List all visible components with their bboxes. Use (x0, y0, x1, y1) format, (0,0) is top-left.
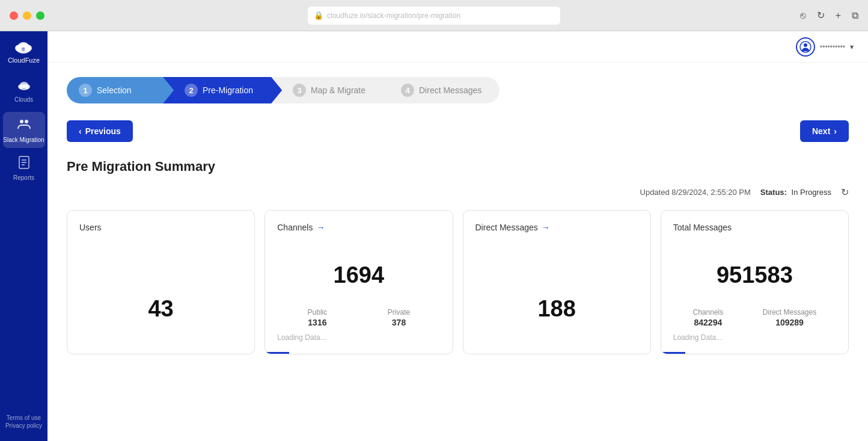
content-area: 1 Selection 2 Pre-Migration 3 Map & Migr… (47, 63, 868, 441)
share-icon[interactable]: ⎋ (800, 10, 806, 21)
step-4-num: 4 (401, 84, 414, 97)
svg-text:≡: ≡ (22, 46, 26, 52)
prev-arrow-icon: ‹ (79, 126, 82, 136)
status-label-text: Status: (760, 188, 787, 197)
user-menu[interactable]: •••••••••• ▾ (796, 37, 854, 57)
status-bar: Updated 8/29/2024, 2:55:20 PM Status: In… (67, 187, 849, 198)
sidebar-footer: Terms of use Privacy policy (5, 415, 42, 434)
main-header: •••••••••• ▾ (47, 31, 868, 63)
direct-messages-card: Direct Messages → 188 (463, 210, 651, 354)
svg-point-8 (20, 82, 28, 88)
clouds-icon (17, 80, 31, 94)
step-3-num: 3 (293, 84, 306, 97)
step-1-num: 1 (79, 84, 92, 97)
next-arrow-icon: › (834, 126, 837, 136)
sidebar-item-slack-label: Slack Migration (3, 137, 44, 144)
total-channels: Channels 842294 (693, 308, 724, 327)
nav-buttons: ‹ Previous Next › (67, 120, 849, 142)
direct-messages-card-title[interactable]: Direct Messages → (475, 223, 638, 232)
refresh-status-icon[interactable]: ↻ (841, 187, 849, 198)
app-container: ≡ CloudFuze Clouds (0, 31, 868, 441)
reports-icon (17, 156, 31, 172)
sidebar: ≡ CloudFuze Clouds (0, 31, 47, 441)
address-text: cloudfuze.io/slack-migration/pre-migrati… (327, 11, 460, 20)
channels-progress-bar (265, 352, 289, 354)
step-map-migrate[interactable]: 3 Map & Migrate (271, 77, 379, 103)
previous-label: Previous (85, 126, 121, 136)
user-name-text: •••••••••• (820, 43, 845, 51)
sidebar-item-reports[interactable]: Reports (3, 150, 45, 187)
step-selection[interactable]: 1 Selection (67, 77, 163, 103)
channels-loading-text: Loading Data... (277, 333, 440, 342)
user-avatar (796, 37, 815, 57)
total-messages-count: 951583 (673, 250, 836, 294)
logo-text: CloudFuze (8, 57, 40, 64)
main-content: •••••••••• ▾ 1 Selection 2 Pre-Migra (47, 31, 868, 441)
step-4-label: Direct Messages (419, 85, 481, 95)
address-bar[interactable]: 🔒 cloudfuze.io/slack-migration/pre-migra… (308, 7, 560, 25)
new-tab-icon[interactable]: + (836, 10, 841, 21)
total-messages-sub-row: Channels 842294 Direct Messages 109289 (673, 308, 836, 327)
sidebar-item-reports-label: Reports (13, 174, 34, 182)
next-label: Next (812, 126, 830, 136)
users-card-title: Users (79, 223, 242, 232)
total-messages-card: Total Messages 951583 Channels 842294 Di… (661, 210, 849, 354)
direct-messages-count: 188 (475, 260, 638, 328)
step-2-num: 2 (185, 84, 198, 97)
channels-arrow-icon: → (316, 223, 325, 232)
minimize-button[interactable] (23, 11, 31, 20)
total-direct-messages: Direct Messages 109289 (763, 308, 816, 327)
svg-point-16 (804, 43, 807, 47)
svg-point-9 (20, 120, 23, 123)
stats-grid: Users 43 Channels → 1694 Public 1316 (67, 210, 849, 354)
cloudfuze-logo-icon: ≡ (13, 39, 34, 55)
traffic-lights (10, 11, 44, 20)
channels-card: Channels → 1694 Public 1316 Private 378 (264, 210, 453, 354)
privacy-policy-link[interactable]: Privacy policy (5, 422, 42, 429)
maximize-button[interactable] (36, 11, 44, 20)
slack-migration-icon (17, 117, 31, 134)
browser-actions: ⎋ ↻ + ⧉ (800, 10, 858, 21)
step-3-label: Map & Migrate (311, 85, 365, 95)
svg-point-10 (25, 120, 28, 123)
channels-private: Private 378 (388, 308, 410, 327)
user-menu-chevron-icon: ▾ (850, 43, 854, 51)
direct-messages-arrow-icon: → (542, 223, 550, 232)
users-count: 43 (79, 260, 242, 328)
sidebar-item-slack-migration[interactable]: Slack Migration (3, 112, 45, 148)
channels-count: 1694 (277, 250, 440, 294)
channels-public: Public 1316 (308, 308, 328, 327)
step-2-label: Pre-Migration (203, 85, 253, 95)
stepper: 1 Selection 2 Pre-Migration 3 Map & Migr… (67, 77, 849, 103)
users-card: Users 43 (67, 210, 255, 354)
close-button[interactable] (10, 11, 18, 20)
browser-chrome: 🔒 cloudfuze.io/slack-migration/pre-migra… (0, 0, 868, 31)
sidebar-item-clouds-label: Clouds (14, 96, 33, 103)
sidebar-item-clouds[interactable]: Clouds (3, 73, 45, 109)
lock-icon: 🔒 (314, 11, 323, 20)
updated-text: Updated 8/29/2024, 2:55:20 PM (640, 188, 751, 197)
total-messages-card-title: Total Messages (673, 223, 836, 232)
previous-button[interactable]: ‹ Previous (67, 120, 133, 142)
tab-manager-icon[interactable]: ⧉ (852, 10, 858, 21)
step-direct-messages[interactable]: 4 Direct Messages (379, 77, 500, 103)
sidebar-logo: ≡ CloudFuze (8, 39, 40, 64)
channels-sub-row: Public 1316 Private 378 (277, 308, 440, 327)
total-messages-progress-bar (661, 352, 685, 354)
channels-card-title[interactable]: Channels → (277, 223, 440, 232)
next-button[interactable]: Next › (800, 120, 849, 142)
step-pre-migration[interactable]: 2 Pre-Migration (163, 77, 271, 103)
status-value: In Progress (792, 188, 831, 197)
step-1-label: Selection (97, 85, 132, 95)
page-title: Pre Migration Summary (67, 159, 849, 174)
refresh-browser-icon[interactable]: ↻ (817, 10, 825, 21)
status-label: Status: In Progress (760, 188, 831, 197)
total-messages-loading-text: Loading Data... (673, 333, 836, 342)
terms-of-use-link[interactable]: Terms of use (7, 415, 41, 421)
